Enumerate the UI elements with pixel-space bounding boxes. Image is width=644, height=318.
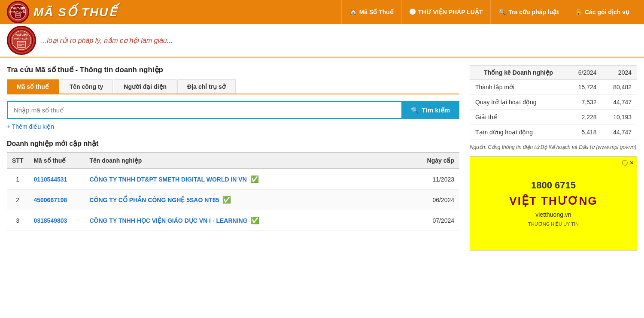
col-header-ngay: Ngày cấp bbox=[416, 152, 459, 169]
left-panel: Tra cứu Mã số thuế - Thông tin doanh ngh… bbox=[7, 65, 459, 251]
cell-stt: 1 bbox=[7, 169, 28, 190]
stats-val1: 7,532 bbox=[567, 95, 601, 110]
company-link[interactable]: CÔNG TY TNHH HỌC VIỆN GIÁO DỤC VN I - LE… bbox=[89, 217, 247, 224]
table-row: 2 4500667198 CÔNG TY CỔ PHẦN CÔNG NGHỆ 5… bbox=[7, 190, 459, 210]
search-row: 🔍 Tìm kiếm bbox=[7, 101, 459, 119]
home-icon: 🏠 bbox=[349, 9, 357, 15]
stats-val1: 5,418 bbox=[567, 125, 601, 140]
cell-ngay: 06/2024 bbox=[416, 190, 459, 210]
svg-text:THƯ VIỆN: THƯ VIỆN bbox=[11, 6, 25, 10]
search-button[interactable]: 🔍 Tìm kiếm bbox=[401, 101, 459, 119]
add-condition-link[interactable]: + Thêm điều kiện bbox=[7, 123, 54, 130]
mst-link[interactable]: 0110544531 bbox=[33, 176, 67, 183]
col-header-ten: Tên doanh nghiệp bbox=[84, 152, 416, 169]
svg-point-6 bbox=[10, 29, 33, 51]
cell-ngay: 07/2024 bbox=[416, 210, 459, 231]
stats-val2: 80,482 bbox=[602, 80, 637, 95]
page-title: Tra cứu Mã số thuế - Thông tin doanh ngh… bbox=[7, 65, 459, 74]
cell-stt: 3 bbox=[7, 210, 28, 231]
cell-stt: 2 bbox=[7, 190, 28, 210]
header: THƯ VIỆN PHÁP LUẬT MÃ SỐ THUẾ 🏠 Mã Số Th… bbox=[0, 0, 644, 24]
search-input[interactable] bbox=[7, 101, 401, 119]
stats-col2: 2024 bbox=[602, 66, 637, 80]
stats-label: Quay trở lại hoạt động bbox=[470, 95, 567, 110]
stats-label: Tạm dừng hoạt động bbox=[470, 125, 567, 140]
subheader-logo: THƯ VIỆN PHÁP LUẬT bbox=[7, 26, 36, 55]
svg-text:PHÁP LUẬT: PHÁP LUẬT bbox=[9, 10, 27, 14]
stats-val2: 44,747 bbox=[602, 125, 637, 140]
stats-table: Thống kê Doanh nghiệp 6/2024 2024 Thành … bbox=[470, 65, 637, 140]
main-container: Tra cứu Mã số thuế - Thông tin doanh ngh… bbox=[0, 58, 644, 258]
stats-source: Nguồn: Cổng thông tin điện tử Bộ Kế hoạc… bbox=[470, 144, 637, 150]
svg-text:THƯ VIỆN: THƯ VIỆN bbox=[15, 33, 28, 37]
nav-packages[interactable]: 🔒 Các gói dịch vụ bbox=[567, 0, 637, 24]
col-header-stt: STT bbox=[7, 152, 28, 169]
ad-tagline: THƯƠNG HIỆU UY TÍN bbox=[528, 221, 579, 227]
company-link[interactable]: CÔNG TY TNHH DT&PT SMETH DIGITAL WORLD I… bbox=[89, 176, 246, 183]
logo-icon: THƯ VIỆN PHÁP LUẬT bbox=[7, 1, 29, 23]
stats-title: Thống kê Doanh nghiệp bbox=[470, 66, 567, 80]
verified-icon: ✅ bbox=[251, 217, 259, 224]
stats-label: Giải thể bbox=[470, 110, 567, 125]
ad-website: vietthuong.vn bbox=[535, 211, 571, 218]
stats-label: Thành lập mới bbox=[470, 80, 567, 95]
library-icon: 🅜 bbox=[410, 9, 416, 15]
nav-library[interactable]: 🅜 THƯ VIỆN PHÁP LUẬT bbox=[401, 0, 491, 24]
stats-val1: 15,724 bbox=[567, 80, 601, 95]
stats-val2: 44,747 bbox=[602, 95, 637, 110]
stats-val2: 10,193 bbox=[602, 110, 637, 125]
search-law-icon: 🔍 bbox=[498, 9, 506, 15]
site-title: MÃ SỐ THUẾ bbox=[33, 5, 117, 19]
cell-ten: CÔNG TY CỔ PHẦN CÔNG NGHỆ 5SAO NT85 ✅ bbox=[84, 190, 416, 210]
stats-col1: 6/2024 bbox=[567, 66, 601, 80]
cell-mst: 0318549803 bbox=[28, 210, 84, 231]
tab-ten-cong-ty[interactable]: Tên công ty bbox=[60, 79, 113, 94]
tabs: Mã số thuế Tên công ty Người đại diện Đị… bbox=[7, 79, 459, 94]
subheader-logo-wrap: THƯ VIỆN PHÁP LUẬT bbox=[7, 26, 36, 55]
data-table: STT Mã số thuế Tên doanh nghiệp Ngày cấp… bbox=[7, 152, 459, 231]
tab-mst[interactable]: Mã số thuế bbox=[7, 79, 59, 94]
ad-close-button[interactable]: ⓘ ✕ bbox=[622, 159, 634, 167]
table-row: 1 0110544531 CÔNG TY TNHH DT&PT SMETH DI… bbox=[7, 169, 459, 190]
search-icon: 🔍 bbox=[411, 106, 419, 114]
verified-icon: ✅ bbox=[250, 176, 259, 183]
table-section-title: Doanh nghiệp mới cập nhật bbox=[7, 139, 459, 148]
ad-phone: 1800 6715 bbox=[531, 180, 576, 191]
cell-mst: 4500667198 bbox=[28, 190, 84, 210]
svg-text:PHÁP LUẬT: PHÁP LUẬT bbox=[14, 36, 29, 40]
ad-content: 1800 6715 VIỆT THƯƠNG vietthuong.vn THƯƠ… bbox=[509, 180, 597, 227]
cell-ten: CÔNG TY TNHH HỌC VIỆN GIÁO DỤC VN I - LE… bbox=[84, 210, 416, 231]
cell-ten: CÔNG TY TNHH DT&PT SMETH DIGITAL WORLD I… bbox=[84, 169, 416, 190]
stats-row: Quay trở lại hoạt động 7,532 44,747 bbox=[470, 95, 637, 110]
cell-mst: 0110544531 bbox=[28, 169, 84, 190]
stats-row: Tạm dừng hoạt động 5,418 44,747 bbox=[470, 125, 637, 140]
verified-icon: ✅ bbox=[222, 196, 231, 203]
header-nav: 🏠 Mã Số Thuế 🅜 THƯ VIỆN PHÁP LUẬT 🔍 Tra … bbox=[341, 0, 637, 24]
stats-row: Giải thể 2,228 10,193 bbox=[470, 110, 637, 125]
right-panel: Thống kê Doanh nghiệp 6/2024 2024 Thành … bbox=[470, 65, 637, 251]
tab-dia-chi[interactable]: Địa chỉ trụ sở bbox=[177, 79, 236, 94]
tab-nguoi-dai-dien[interactable]: Người đại diện bbox=[114, 79, 176, 94]
company-link[interactable]: CÔNG TY CỔ PHẦN CÔNG NGHỆ 5SAO NT85 bbox=[89, 197, 219, 203]
ad-box: ⓘ ✕ 1800 6715 VIỆT THƯƠNG vietthuong.vn … bbox=[470, 156, 637, 251]
table-row: 3 0318549803 CÔNG TY TNHH HỌC VIỆN GIÁO … bbox=[7, 210, 459, 231]
mst-link[interactable]: 4500667198 bbox=[33, 197, 67, 203]
tagline: ...loại rủi ro pháp lý, nắm cơ hội làm g… bbox=[41, 36, 173, 45]
lock-icon: 🔒 bbox=[575, 9, 582, 15]
subheader: THƯ VIỆN PHÁP LUẬT ...loại rủi ro pháp l… bbox=[0, 24, 644, 58]
nav-home[interactable]: 🏠 Mã Số Thuế bbox=[341, 0, 401, 24]
stats-val1: 2,228 bbox=[567, 110, 601, 125]
nav-search-law[interactable]: 🔍 Tra cứu pháp luật bbox=[490, 0, 567, 24]
mst-link[interactable]: 0318549803 bbox=[33, 217, 67, 224]
ad-brand: VIỆT THƯƠNG bbox=[509, 194, 597, 208]
col-header-mst: Mã số thuế bbox=[28, 152, 84, 169]
stats-row: Thành lập mới 15,724 80,482 bbox=[470, 80, 637, 95]
header-logo: THƯ VIỆN PHÁP LUẬT MÃ SỐ THUẾ bbox=[7, 1, 117, 23]
cell-ngay: 11/2023 bbox=[416, 169, 459, 190]
